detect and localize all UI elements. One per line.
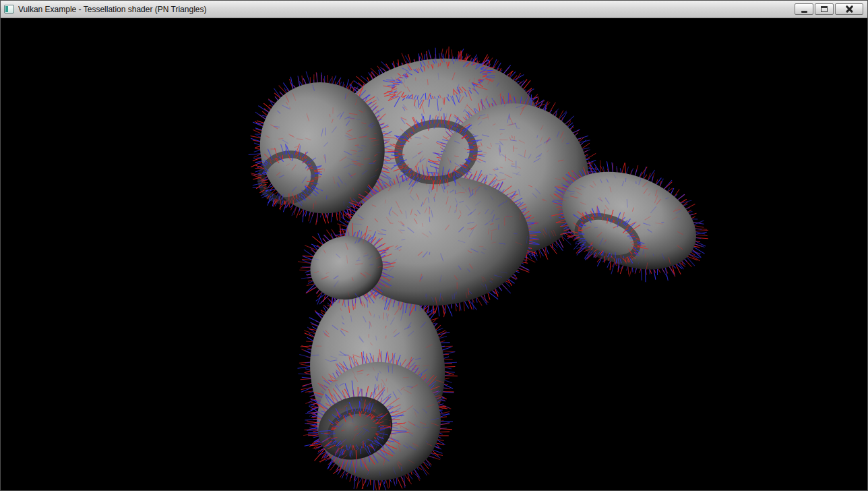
window-title: Vulkan Example - Tessellation shader (PN… bbox=[18, 5, 795, 14]
close-button[interactable] bbox=[835, 3, 863, 15]
maximize-button[interactable] bbox=[815, 3, 834, 15]
app-window: Vulkan Example - Tessellation shader (PN… bbox=[0, 0, 868, 491]
minimize-button[interactable] bbox=[795, 3, 813, 15]
render-viewport[interactable] bbox=[1, 18, 867, 490]
model-render bbox=[1, 18, 867, 490]
close-icon bbox=[846, 5, 853, 13]
application-icon bbox=[4, 5, 14, 13]
maximize-icon bbox=[821, 6, 828, 12]
minimize-icon bbox=[801, 11, 807, 13]
window-controls bbox=[795, 3, 863, 15]
title-bar[interactable]: Vulkan Example - Tessellation shader (PN… bbox=[1, 1, 867, 18]
